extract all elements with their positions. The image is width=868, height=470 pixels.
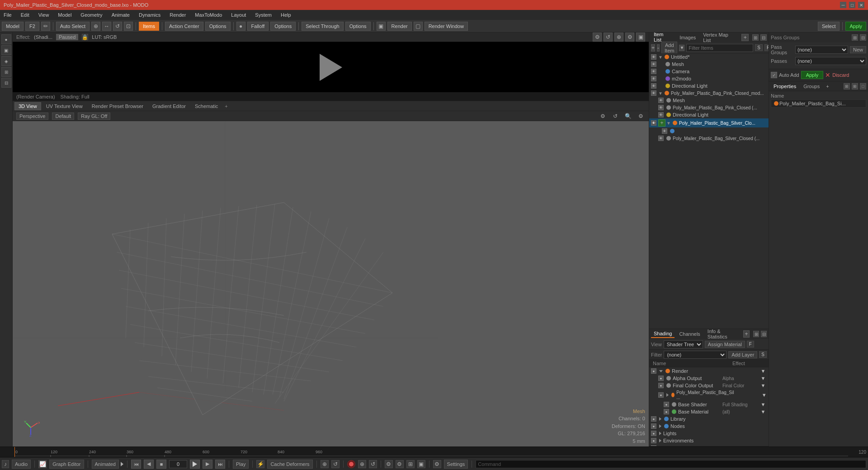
props-icon2[interactable]: ⊞ bbox=[852, 83, 858, 89]
options3-button[interactable]: Options bbox=[345, 22, 371, 31]
left-btn-2[interactable]: ▣ bbox=[1, 45, 11, 55]
menu-view[interactable]: View bbox=[37, 11, 51, 19]
vis-pink-group[interactable]: 👁 bbox=[651, 90, 656, 96]
tree-item-pink-group[interactable]: 👁 ▼ Poly_Mailer_Plastic_Bag_Pink_Closed_… bbox=[649, 89, 769, 97]
render-dropdown[interactable]: ▼ bbox=[760, 368, 767, 374]
frame-input[interactable] bbox=[169, 460, 187, 468]
left-btn-5[interactable]: ⊟ bbox=[1, 78, 11, 88]
falloff-button[interactable]: Falloff bbox=[247, 22, 269, 31]
tree-item-pink-mesh[interactable]: 👁 Poly_Mailer_Plastic_Bag_Pink_Closed (.… bbox=[649, 104, 769, 111]
prev-frame-button[interactable]: ◀ bbox=[144, 460, 154, 469]
settings-icon[interactable]: ⚙ bbox=[433, 460, 441, 468]
left-btn-4[interactable]: ⊞ bbox=[1, 67, 11, 77]
shader-item-base-material[interactable]: ● Base Material (all) ▼ bbox=[649, 408, 769, 415]
discard-label[interactable]: Discard bbox=[832, 72, 849, 78]
menu-system[interactable]: System bbox=[253, 11, 274, 19]
minimize-button[interactable]: ─ bbox=[840, 2, 846, 8]
add-viewport-tab[interactable]: + bbox=[223, 103, 229, 110]
tree-item-silver-dot[interactable]: 👁 bbox=[649, 127, 769, 135]
viewport-3d[interactable]: Perspective Default Ray GL: Off ⚙ ↺ 🔍 ⚙ bbox=[13, 111, 649, 446]
passes-select[interactable]: (none) bbox=[795, 57, 866, 65]
add-silver-icon[interactable]: + bbox=[658, 119, 665, 127]
model-button[interactable]: Model bbox=[2, 22, 24, 31]
shading-expand[interactable]: ⊞ bbox=[753, 331, 759, 337]
item-list-shrink[interactable]: ⊟ bbox=[760, 34, 767, 41]
add-panel-tab[interactable]: + bbox=[741, 34, 749, 41]
vis-environments[interactable]: ● bbox=[651, 438, 656, 443]
item-down-icon[interactable]: ▼ bbox=[679, 45, 684, 51]
base-shader-dropdown[interactable]: ▼ bbox=[760, 402, 767, 407]
filter-select[interactable]: (none) bbox=[664, 351, 726, 359]
shader-item-lights[interactable]: ● Lights bbox=[649, 430, 769, 437]
transform-icon1[interactable]: ⊕ bbox=[91, 22, 100, 31]
vis-bake-items[interactable]: ● bbox=[651, 445, 656, 446]
vp-icon2[interactable]: ↺ bbox=[604, 33, 613, 42]
vp-icon3[interactable]: ⊕ bbox=[614, 33, 623, 42]
items-button[interactable]: Items bbox=[139, 22, 159, 31]
pass-groups-select[interactable]: (none) bbox=[795, 46, 848, 54]
options-button[interactable]: Options bbox=[205, 22, 231, 31]
cache-deformers-button[interactable]: Cache Deformers bbox=[267, 460, 312, 469]
vis-pink-mesh[interactable]: 👁 bbox=[658, 105, 664, 110]
vp-icon4[interactable]: ⚙ bbox=[625, 33, 634, 42]
vis-final-color[interactable]: ● bbox=[658, 383, 664, 388]
tab-gradient[interactable]: Gradient Editor bbox=[148, 102, 190, 110]
shader-item-library[interactable]: ● Library bbox=[649, 415, 769, 423]
vis-m2modo[interactable]: 👁 bbox=[651, 76, 656, 81]
tree-item-light2[interactable]: 👁 Directional Light bbox=[649, 111, 769, 118]
select-through-button[interactable]: Select Through bbox=[302, 22, 343, 31]
transform-icon3[interactable]: ↺ bbox=[113, 22, 122, 31]
tab-uv[interactable]: UV Texture View bbox=[42, 102, 87, 110]
discard-x-icon[interactable]: ✕ bbox=[825, 71, 830, 79]
tree-item-camera[interactable]: 👁 Camera bbox=[649, 68, 769, 75]
add-item-button[interactable]: Add Item bbox=[661, 42, 677, 54]
vis-silver-mesh[interactable]: 👁 bbox=[658, 136, 664, 141]
select-button[interactable]: Select bbox=[818, 22, 840, 31]
new-pass-group-button[interactable]: New bbox=[850, 46, 866, 53]
render-button[interactable]: Render bbox=[387, 22, 412, 31]
shader-item-final-color[interactable]: ● Final Color Output Final Color ▼ bbox=[649, 382, 769, 389]
assign-material-button[interactable]: Assign Material bbox=[705, 341, 745, 348]
graph-editor-button[interactable]: Graph Editor bbox=[49, 460, 84, 469]
tab-groups[interactable]: Groups bbox=[801, 83, 822, 90]
apply-button[interactable]: Apply bbox=[845, 22, 866, 31]
vis-camera[interactable]: 👁 bbox=[651, 69, 656, 74]
cache-deformers-icon[interactable]: ⚡ bbox=[256, 460, 264, 468]
bb-icon5[interactable]: ⚙ bbox=[385, 460, 393, 468]
tab-images[interactable]: Images bbox=[677, 34, 698, 41]
bb-icon3[interactable]: ⊕ bbox=[358, 460, 366, 468]
remove-item-icon[interactable]: - bbox=[657, 44, 660, 52]
menu-dynamics[interactable]: Dynamics bbox=[137, 11, 162, 19]
next-keyframe-button[interactable]: ⏭ bbox=[215, 460, 225, 469]
play-button[interactable]: Play bbox=[233, 460, 249, 469]
vp3d-icon2[interactable]: ↺ bbox=[611, 112, 620, 121]
tab-render-preset[interactable]: Render Preset Browser bbox=[88, 102, 147, 110]
render-window-button[interactable]: Render Window bbox=[425, 22, 468, 31]
next-frame-button[interactable]: ▶ bbox=[203, 460, 212, 469]
menu-file[interactable]: File bbox=[2, 11, 14, 19]
shader-item-render[interactable]: ● Render ▼ bbox=[649, 367, 769, 375]
vis-base-shader[interactable]: ● bbox=[664, 402, 669, 407]
poly-mat-dropdown[interactable]: ▼ bbox=[762, 392, 767, 398]
add-item-icon[interactable]: + bbox=[651, 44, 655, 52]
play-forward-button[interactable] bbox=[190, 460, 200, 469]
shader-item-base-shader[interactable]: ● Base Shader Full Shading ▼ bbox=[649, 401, 769, 408]
render-window-icon[interactable]: ▢ bbox=[414, 22, 423, 31]
sculpt-icon[interactable]: ✏ bbox=[41, 22, 50, 31]
maximize-button[interactable]: □ bbox=[849, 2, 855, 8]
vis-light2[interactable]: 👁 bbox=[658, 112, 664, 118]
menu-geometry[interactable]: Geometry bbox=[79, 11, 104, 19]
apply-changes-button[interactable]: Apply bbox=[801, 71, 824, 79]
stop-button[interactable]: ■ bbox=[156, 460, 166, 469]
animated-button[interactable]: Animated bbox=[92, 460, 119, 469]
vis-base-material[interactable]: ● bbox=[664, 409, 669, 414]
menu-help[interactable]: Help bbox=[279, 11, 293, 19]
vis-silver-dot[interactable]: 👁 bbox=[662, 128, 667, 134]
tree-item-mesh1[interactable]: 👁 Mesh bbox=[649, 61, 769, 68]
filter-btn-s[interactable]: S bbox=[755, 44, 763, 51]
tab-vertex-map[interactable]: Vertex Map List bbox=[700, 31, 740, 44]
shader-item-bake-items[interactable]: ● Bake Items bbox=[649, 444, 769, 446]
vp3d-icon4[interactable]: ⚙ bbox=[636, 112, 645, 121]
props-plus-btn[interactable]: + bbox=[824, 83, 830, 90]
bb-icon4[interactable]: ↺ bbox=[369, 460, 377, 468]
